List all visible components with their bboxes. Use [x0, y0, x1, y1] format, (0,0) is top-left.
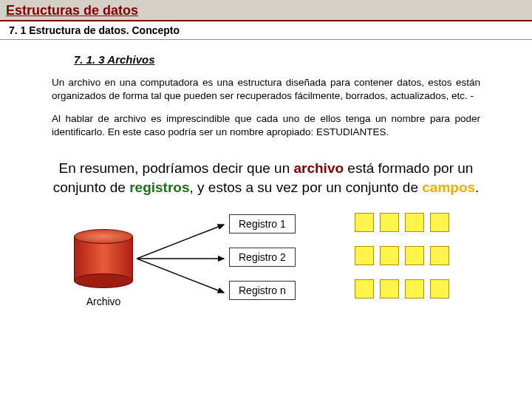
- registro-2-box: Registro 2: [229, 248, 296, 267]
- registro-1-box: Registro 1: [229, 214, 296, 233]
- campo-box: [380, 246, 399, 265]
- campo-box: [380, 279, 399, 299]
- campo-box: [380, 213, 399, 232]
- summary-paragraph: En resumen, podríamos decir que un archi…: [44, 159, 488, 197]
- section-heading: 7. 1. 3 Archivos: [74, 53, 532, 66]
- page-title: Estructuras de datos: [6, 3, 526, 18]
- archivo-label: Archivo: [66, 296, 140, 307]
- campo-box: [355, 246, 374, 265]
- campos-row-2: [355, 246, 449, 265]
- campo-box: [430, 279, 449, 299]
- campo-box: [355, 279, 374, 299]
- keyword-archivo: archivo: [293, 160, 344, 176]
- campo-box: [355, 213, 374, 232]
- paragraph-1: Un archivo en una computadora es una est…: [52, 76, 480, 102]
- title-bar: Estructuras de datos: [0, 0, 532, 21]
- paragraph-2: Al hablar de archivo es imprescindible q…: [52, 112, 480, 138]
- campo-box: [430, 246, 449, 265]
- campo-box: [405, 279, 424, 299]
- campo-box: [430, 213, 449, 232]
- summary-text: , y estos a su vez por un conjunto de: [190, 180, 423, 195]
- svg-line-2: [137, 259, 224, 293]
- svg-line-0: [137, 225, 224, 259]
- subtitle-bar: 7. 1 Estructura de datos. Concepto: [0, 21, 532, 40]
- registro-n-box: Registro n: [229, 281, 296, 300]
- summary-text: En resumen, podríamos decir que un: [59, 160, 294, 176]
- campo-box: [405, 246, 424, 265]
- summary-text: .: [475, 180, 479, 195]
- campos-row-n: [355, 279, 449, 299]
- page-subtitle: 7. 1 Estructura de datos. Concepto: [9, 24, 523, 36]
- arrows-icon: [137, 222, 233, 303]
- keyword-registros: registros: [129, 180, 189, 195]
- diagram: Archivo Registro 1 Registro 2 Registro n: [52, 214, 532, 325]
- campo-box: [405, 213, 424, 232]
- cylinder-icon: [74, 229, 133, 288]
- keyword-campos: campos: [422, 180, 475, 195]
- campos-row-1: [355, 213, 449, 232]
